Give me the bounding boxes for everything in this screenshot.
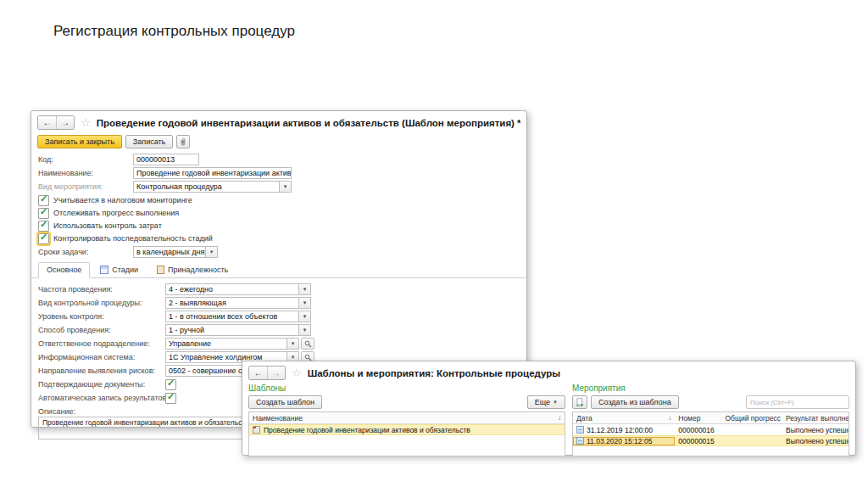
create-from-template-button[interactable]: Создать из шаблона [591,395,679,409]
template-row[interactable]: Проведение годовой инвентаризации активо… [249,424,565,435]
department-open-button[interactable] [301,338,314,350]
tab-label: Принадлежность [168,266,228,274]
control-level-value: 1 - в отношении всех объектов [166,311,298,322]
control-level-label: Уровень контроля: [38,312,165,321]
event-result: Выполнено успешно [782,437,849,445]
tax-monitoring-checkbox[interactable]: ✓ [38,195,49,206]
method-combo[interactable]: 1 - ручной ▾ [165,324,311,336]
tab-main[interactable]: Основное [38,262,90,278]
number-column-header[interactable]: Номер [675,414,721,423]
forward-button[interactable]: → [267,367,285,379]
name-column-header[interactable]: Наименование ↓ [249,414,565,423]
window1-titlebar: ← → ☆ Проведение годовой инвентаризации … [31,111,526,132]
method-value: 1 - ручной [166,325,298,335]
method-row: Способ проведения: 1 - ручной ▾ [38,324,520,336]
name-field-row: Наименование: Проведение годовой инвента… [38,167,520,179]
tab-stages[interactable]: Стадии [92,262,147,278]
kind-combo[interactable]: Контрольная процедура ▾ [133,181,292,193]
check-icon: ✓ [167,378,175,388]
list-panels: Шаблоны Создать шаблон Еще ▼ Наименовани… [242,382,855,456]
tab-belonging[interactable]: Принадлежность [148,262,236,278]
window2-title: Шаблоны и мероприятия: Контрольные проце… [308,368,560,378]
events-panel: Мероприятия Создать из шаблона Дата ↓ Но… [572,383,849,456]
checkbox-label: Отслеживать прогресс выполнения [53,209,179,217]
check-icon: ✓ [40,232,47,242]
checkbox-row-monitoring: ✓ Учитывается в налоговом мониторинге [38,195,520,205]
chevron-down-icon[interactable]: ▾ [279,182,291,192]
checkbox-row-stages: ✓ Контролировать последовательность стад… [38,233,520,244]
templates-panel: Шаблоны Создать шаблон Еще ▼ Наименовани… [248,383,565,456]
department-row: Ответственное подразделение: Управление … [38,338,520,350]
confirm-docs-checkbox[interactable]: ✓ [165,379,176,390]
refresh-button[interactable] [572,395,587,409]
selected-date-cell[interactable]: 11.03.2020 15:12:05 [573,437,675,445]
procedure-kind-combo[interactable]: 2 - выявляющая ▾ [165,297,311,309]
auto-record-checkbox[interactable]: ✓ [165,393,176,404]
back-icon: ← [254,368,263,378]
event-row-selected[interactable]: 11.03.2020 15:12:05 000000015 Выполнено … [573,435,849,446]
events-table-header: Дата ↓ Номер Общий прогресс Результат вы… [573,412,849,424]
info-system-label: Информационная система: [38,353,165,361]
event-number: 000000015 [675,437,721,445]
back-button[interactable]: ← [38,116,56,129]
checkbox-label: Контролировать последовательность стадий [53,234,213,243]
forward-icon: → [272,368,281,378]
risk-direction-label: Направление выявления рисков: [38,367,165,375]
checkbox-row-progress: ✓ Отслеживать прогресс выполнения [38,208,520,218]
frequency-combo[interactable]: 4 - ежегодно ▾ [165,283,311,295]
procedure-kind-value: 2 - выявляющая [166,298,298,308]
event-item-icon [576,426,584,434]
number-column-label: Номер [678,414,700,423]
kind-label: Вид мероприятия: [38,182,133,191]
event-date: 31.12.2019 12:00:00 [587,426,653,434]
create-template-button[interactable]: Создать шаблон [248,395,322,409]
progress-column-header[interactable]: Общий прогресс [722,414,783,423]
control-level-combo[interactable]: 1 - в отношении всех объектов ▾ [165,311,311,322]
magnifier-icon [304,340,312,348]
chevron-down-icon[interactable]: ▾ [205,247,217,257]
template-item-icon [253,426,260,434]
department-value: Управление [166,339,287,349]
search-input[interactable] [746,395,849,409]
chevron-down-icon[interactable]: ▾ [298,325,310,335]
track-progress-checkbox[interactable]: ✓ [38,208,49,219]
cost-control-checkbox[interactable]: ✓ [38,221,49,232]
frequency-label: Частота проведения: [38,285,165,294]
auto-record-label: Автоматическая запись результатов: [38,394,165,402]
favorite-star-icon[interactable]: ☆ [81,117,91,128]
forward-button[interactable]: → [56,116,74,129]
result-column-label: Результат выполнения [786,414,849,423]
window1-title: Проведение годовой инвентаризации активо… [97,118,520,128]
name-input[interactable]: Проведение годовой инвентаризации активо… [133,167,292,179]
chevron-down-icon[interactable]: ▾ [287,339,298,349]
chevron-down-icon[interactable]: ▾ [298,298,310,308]
chevron-down-icon[interactable]: ▾ [298,284,310,294]
events-table: Дата ↓ Номер Общий прогресс Результат вы… [572,411,849,456]
list-window: ← → ☆ Шаблоны и мероприятия: Контрольные… [242,361,856,456]
save-close-button[interactable]: Записать и закрыть [37,135,122,148]
stage-sequence-checkbox[interactable]: ✓ [38,233,49,244]
nav-buttons: ← → [37,115,75,130]
department-combo[interactable]: Управление ▾ [165,338,299,350]
back-button[interactable]: ← [249,367,267,379]
department-label: Ответственное подразделение: [38,339,165,348]
date-column-header[interactable]: Дата ↓ [573,414,675,423]
save-button[interactable]: Записать [125,135,173,148]
event-item-icon [576,437,584,445]
event-row[interactable]: 31.12.2019 12:00:00 000000016 Выполнено … [573,424,849,435]
chevron-down-icon[interactable]: ▾ [298,311,310,322]
name-label: Наименование: [38,169,133,177]
more-button[interactable]: Еще ▼ [527,395,565,409]
confirm-docs-label: Подтверждающие документы: [38,380,165,389]
task-term-combo[interactable]: в календарных днях ▾ [133,246,218,258]
favorite-star-icon[interactable]: ☆ [292,367,302,378]
window1-toolbar: Записать и закрыть Записать [31,132,526,152]
code-field-row: Код: 000000013 [38,154,520,165]
template-name: Проведение годовой инвентаризации активо… [264,426,470,434]
tab-label: Основное [47,266,81,274]
window2-titlebar: ← → ☆ Шаблоны и мероприятия: Контрольные… [242,361,855,382]
attachment-button[interactable] [176,135,190,148]
code-input[interactable]: 000000013 [133,154,199,165]
result-column-header[interactable]: Результат выполнения [782,414,849,423]
tab-label: Стадии [112,266,138,274]
